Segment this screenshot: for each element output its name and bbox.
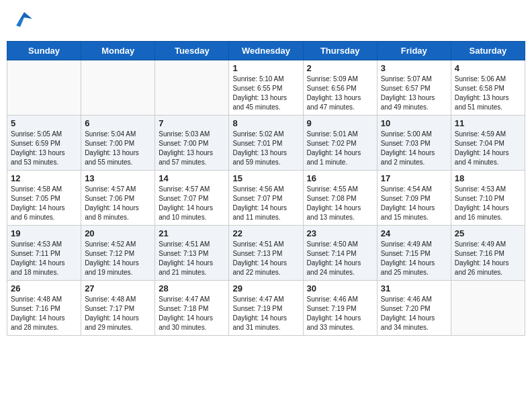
day-number: 21 (159, 228, 225, 238)
calendar-week-row: 19Sunrise: 4:53 AM Sunset: 7:11 PM Dayli… (7, 226, 525, 281)
day-number: 9 (307, 118, 373, 128)
day-info: Sunrise: 5:03 AM Sunset: 7:00 PM Dayligh… (159, 130, 225, 167)
day-number: 14 (159, 173, 225, 183)
calendar-day-cell: 9Sunrise: 5:01 AM Sunset: 7:02 PM Daylig… (303, 116, 377, 171)
calendar-week-row: 1Sunrise: 5:10 AM Sunset: 6:55 PM Daylig… (7, 60, 525, 116)
calendar-day-cell: 22Sunrise: 4:51 AM Sunset: 7:13 PM Dayli… (229, 226, 303, 281)
calendar-day-cell: 10Sunrise: 5:00 AM Sunset: 7:03 PM Dayli… (377, 116, 451, 171)
day-info: Sunrise: 5:06 AM Sunset: 6:58 PM Dayligh… (455, 75, 521, 112)
weekday-header-monday: Monday (81, 42, 155, 60)
weekday-header-sunday: Sunday (7, 42, 81, 60)
calendar-day-cell: 27Sunrise: 4:48 AM Sunset: 7:17 PM Dayli… (81, 281, 155, 336)
day-info: Sunrise: 4:46 AM Sunset: 7:20 PM Dayligh… (381, 295, 447, 332)
day-info: Sunrise: 4:53 AM Sunset: 7:11 PM Dayligh… (11, 240, 77, 277)
empty-cell (7, 60, 81, 116)
calendar-table: SundayMondayTuesdayWednesdayThursdayFrid… (7, 41, 525, 336)
empty-cell (81, 60, 155, 116)
day-info: Sunrise: 4:50 AM Sunset: 7:14 PM Dayligh… (307, 240, 373, 277)
day-number: 11 (455, 118, 521, 128)
weekday-header-row: SundayMondayTuesdayWednesdayThursdayFrid… (7, 42, 525, 60)
logo (9, 7, 36, 36)
day-info: Sunrise: 4:49 AM Sunset: 7:15 PM Dayligh… (381, 240, 447, 277)
day-number: 3 (381, 63, 447, 73)
day-info: Sunrise: 5:01 AM Sunset: 7:02 PM Dayligh… (307, 130, 373, 167)
weekday-header-tuesday: Tuesday (155, 42, 229, 60)
weekday-header-saturday: Saturday (451, 42, 525, 60)
day-info: Sunrise: 4:58 AM Sunset: 7:05 PM Dayligh… (11, 185, 77, 222)
calendar-day-cell: 8Sunrise: 5:02 AM Sunset: 7:01 PM Daylig… (229, 116, 303, 171)
day-number: 31 (381, 283, 447, 293)
calendar-day-cell: 31Sunrise: 4:46 AM Sunset: 7:20 PM Dayli… (377, 281, 451, 336)
logo-bird-icon (9, 7, 35, 36)
day-number: 20 (85, 228, 151, 238)
calendar-day-cell: 24Sunrise: 4:49 AM Sunset: 7:15 PM Dayli… (377, 226, 451, 281)
day-info: Sunrise: 4:51 AM Sunset: 7:13 PM Dayligh… (159, 240, 225, 277)
day-number: 6 (85, 118, 151, 128)
weekday-header-thursday: Thursday (303, 42, 377, 60)
day-info: Sunrise: 4:51 AM Sunset: 7:13 PM Dayligh… (232, 240, 299, 277)
calendar-week-row: 26Sunrise: 4:48 AM Sunset: 7:16 PM Dayli… (7, 281, 525, 336)
day-number: 26 (11, 283, 77, 293)
empty-cell (155, 60, 229, 116)
day-info: Sunrise: 4:47 AM Sunset: 7:18 PM Dayligh… (159, 295, 225, 332)
day-info: Sunrise: 4:52 AM Sunset: 7:12 PM Dayligh… (85, 240, 151, 277)
day-number: 25 (455, 228, 521, 238)
day-info: Sunrise: 4:48 AM Sunset: 7:16 PM Dayligh… (11, 295, 77, 332)
calendar-week-row: 12Sunrise: 4:58 AM Sunset: 7:05 PM Dayli… (7, 171, 525, 226)
calendar-day-cell: 16Sunrise: 4:55 AM Sunset: 7:08 PM Dayli… (303, 171, 377, 226)
weekday-header-friday: Friday (377, 42, 451, 60)
calendar-day-cell: 4Sunrise: 5:06 AM Sunset: 6:58 PM Daylig… (451, 60, 525, 116)
day-number: 22 (232, 228, 299, 238)
day-number: 7 (159, 118, 225, 128)
calendar-day-cell: 25Sunrise: 4:49 AM Sunset: 7:16 PM Dayli… (451, 226, 525, 281)
day-info: Sunrise: 5:09 AM Sunset: 6:56 PM Dayligh… (307, 75, 373, 112)
day-info: Sunrise: 5:04 AM Sunset: 7:00 PM Dayligh… (85, 130, 151, 167)
day-number: 23 (307, 228, 373, 238)
day-info: Sunrise: 5:02 AM Sunset: 7:01 PM Dayligh… (232, 130, 299, 167)
calendar-day-cell: 28Sunrise: 4:47 AM Sunset: 7:18 PM Dayli… (155, 281, 229, 336)
day-info: Sunrise: 4:47 AM Sunset: 7:19 PM Dayligh… (232, 295, 299, 332)
calendar-day-cell: 20Sunrise: 4:52 AM Sunset: 7:12 PM Dayli… (81, 226, 155, 281)
calendar-day-cell: 12Sunrise: 4:58 AM Sunset: 7:05 PM Dayli… (7, 171, 81, 226)
calendar-day-cell: 19Sunrise: 4:53 AM Sunset: 7:11 PM Dayli… (7, 226, 81, 281)
calendar-day-cell: 18Sunrise: 4:53 AM Sunset: 7:10 PM Dayli… (451, 171, 525, 226)
calendar-day-cell: 3Sunrise: 5:07 AM Sunset: 6:57 PM Daylig… (377, 60, 451, 116)
calendar-day-cell: 21Sunrise: 4:51 AM Sunset: 7:13 PM Dayli… (155, 226, 229, 281)
weekday-header-wednesday: Wednesday (229, 42, 303, 60)
day-info: Sunrise: 4:46 AM Sunset: 7:19 PM Dayligh… (307, 295, 373, 332)
calendar-day-cell: 11Sunrise: 4:59 AM Sunset: 7:04 PM Dayli… (451, 116, 525, 171)
calendar-day-cell: 14Sunrise: 4:57 AM Sunset: 7:07 PM Dayli… (155, 171, 229, 226)
calendar-day-cell: 7Sunrise: 5:03 AM Sunset: 7:00 PM Daylig… (155, 116, 229, 171)
empty-cell (451, 281, 525, 336)
calendar-day-cell: 29Sunrise: 4:47 AM Sunset: 7:19 PM Dayli… (229, 281, 303, 336)
calendar-day-cell: 23Sunrise: 4:50 AM Sunset: 7:14 PM Dayli… (303, 226, 377, 281)
calendar-day-cell: 6Sunrise: 5:04 AM Sunset: 7:00 PM Daylig… (81, 116, 155, 171)
day-info: Sunrise: 4:57 AM Sunset: 7:07 PM Dayligh… (159, 185, 225, 222)
day-number: 13 (85, 173, 151, 183)
day-info: Sunrise: 4:48 AM Sunset: 7:17 PM Dayligh… (85, 295, 151, 332)
day-number: 2 (307, 63, 373, 73)
day-number: 1 (232, 63, 299, 73)
day-info: Sunrise: 4:53 AM Sunset: 7:10 PM Dayligh… (455, 185, 521, 222)
day-number: 19 (11, 228, 77, 238)
day-number: 27 (85, 283, 151, 293)
day-info: Sunrise: 4:54 AM Sunset: 7:09 PM Dayligh… (381, 185, 447, 222)
calendar-week-row: 5Sunrise: 5:05 AM Sunset: 6:59 PM Daylig… (7, 116, 525, 171)
day-number: 28 (159, 283, 225, 293)
day-number: 17 (381, 173, 447, 183)
day-number: 8 (232, 118, 299, 128)
day-number: 15 (232, 173, 299, 183)
page-header (7, 7, 525, 36)
day-number: 16 (307, 173, 373, 183)
day-number: 12 (11, 173, 77, 183)
calendar-day-cell: 1Sunrise: 5:10 AM Sunset: 6:55 PM Daylig… (229, 60, 303, 116)
day-info: Sunrise: 5:05 AM Sunset: 6:59 PM Dayligh… (11, 130, 77, 167)
day-info: Sunrise: 5:10 AM Sunset: 6:55 PM Dayligh… (232, 75, 299, 112)
day-number: 5 (11, 118, 77, 128)
day-info: Sunrise: 4:49 AM Sunset: 7:16 PM Dayligh… (455, 240, 521, 277)
day-number: 24 (381, 228, 447, 238)
day-info: Sunrise: 4:59 AM Sunset: 7:04 PM Dayligh… (455, 130, 521, 167)
day-info: Sunrise: 4:55 AM Sunset: 7:08 PM Dayligh… (307, 185, 373, 222)
day-info: Sunrise: 4:56 AM Sunset: 7:07 PM Dayligh… (232, 185, 299, 222)
calendar-day-cell: 17Sunrise: 4:54 AM Sunset: 7:09 PM Dayli… (377, 171, 451, 226)
